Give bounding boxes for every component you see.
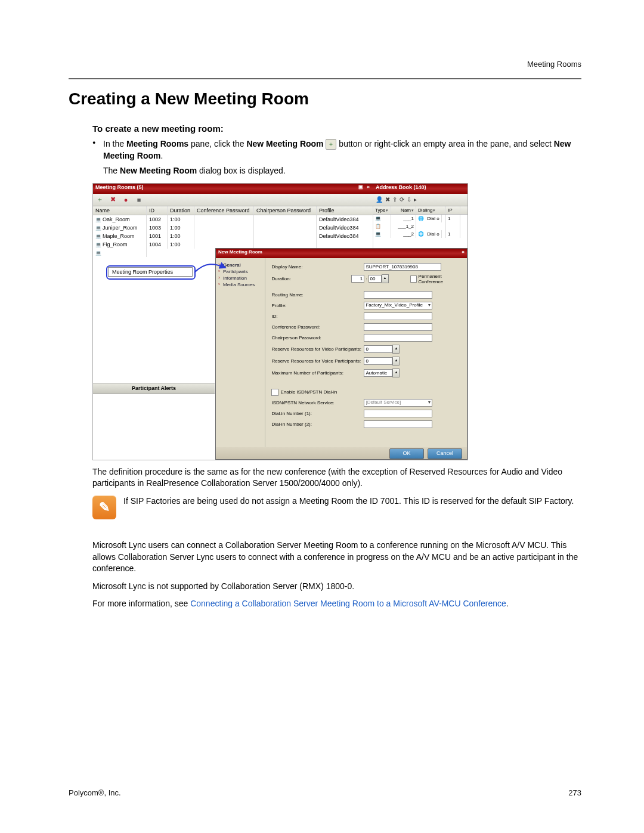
note-block: ✎ If SIP Factories are being used do not… (92, 496, 581, 519)
nav-item-media-sources[interactable]: Media Sources (218, 281, 262, 288)
address-book-titlebar: Address Book (140) (373, 184, 467, 194)
pane-window-controls[interactable]: ▣ × (358, 184, 371, 193)
header-section: Meeting Rooms (527, 60, 581, 69)
annotation-arrow-icon (193, 259, 228, 275)
figure-new-meeting-room: Meeting Rooms (5) ▣ × ＋ ✖ ● ■ Name ID Du… (92, 183, 468, 460)
meeting-rooms-toolbar: ＋ ✖ ● ■ (93, 194, 373, 206)
new-icon[interactable]: ＋ (95, 196, 104, 204)
table-row[interactable]: Oak_Room 1002 1:00 DefaultVideo384 (93, 215, 373, 224)
table-row[interactable]: Fig_Room 1004 1:00 (93, 240, 373, 249)
res-video-spinner[interactable]: ▲ (392, 345, 421, 354)
max-part-spinner[interactable]: ▲ (392, 368, 421, 377)
res-voice-spinner[interactable]: ▲ (392, 357, 421, 366)
ab-add-icon[interactable]: 👤 (376, 196, 383, 203)
ab-more-icon[interactable]: ▸ (414, 196, 417, 203)
body-para-lync2: Microsoft Lync is not supported by Colla… (92, 581, 581, 593)
dialog-displayed-line: The New Meeting Room dialog box is displ… (103, 165, 581, 177)
ab-import-icon[interactable]: ⇪ (392, 196, 397, 203)
label-display-name: Display Name: (271, 264, 364, 270)
label-duration: Duration: (271, 276, 351, 281)
participant-alerts-bar[interactable]: Participant Alerts (93, 383, 215, 394)
ab-del-icon[interactable]: ✖ (385, 196, 390, 203)
new-meeting-room-icon: ＋ (326, 139, 336, 150)
label-isdn-service: ISDN/PSTN Network Service: (271, 400, 364, 405)
dialog-titlebar: New Meeting Room × (216, 249, 467, 258)
permanent-checkbox[interactable] (410, 275, 417, 283)
isdn-service-select[interactable]: [Default Service] (364, 399, 432, 407)
dial2-input[interactable] (364, 420, 432, 428)
new-meeting-room-dialog: New Meeting Room × General Participants … (215, 248, 467, 460)
table-header: Name ID Duration Conference Password Cha… (93, 206, 373, 215)
address-book-toolbar: 👤 ✖ ⇪ ⟳ ⇩ ▸ (373, 194, 467, 206)
label-dial2: Dial-in Number (2): (271, 422, 364, 427)
list-item[interactable]: 💻 ___1 🌐 Dial o 1 (373, 215, 467, 222)
ab-export-icon[interactable]: ⇩ (407, 196, 411, 203)
dialog-form: Display Name: Duration: : ▲ Permanent Co… (265, 258, 467, 447)
dialog-nav: General Participants Information Media S… (216, 258, 265, 447)
id-input[interactable] (364, 312, 432, 320)
note-text: If SIP Factories are being used do not a… (123, 496, 574, 519)
delete-icon[interactable]: ✖ (109, 196, 117, 204)
chair-pw-input[interactable] (364, 334, 432, 342)
label-dial1: Dial-in Number (1): (271, 411, 364, 416)
cancel-button[interactable]: Cancel (428, 448, 462, 459)
footer-company: Polycom®, Inc. (69, 788, 121, 797)
dialog-footer: OK Cancel (216, 447, 467, 460)
subtitle: To create a new meeting room: (92, 123, 581, 134)
label-max-part: Maximum Number of Participants: (271, 370, 364, 376)
context-menu[interactable]: Meeting Room Properties (108, 267, 193, 277)
label-profile: Profile: (271, 303, 364, 308)
res-voice-input[interactable] (364, 357, 392, 365)
max-part-input[interactable] (364, 369, 392, 377)
ab-refresh-icon[interactable]: ⟳ (400, 196, 404, 203)
page-title: Creating a New Meeting Room (69, 89, 581, 109)
label-res-video: Reserve Resources for Video Participants… (271, 346, 364, 352)
body-para-lync1: Microsoft Lync users can connect a Colla… (92, 540, 581, 575)
label-chair-pw: Chairperson Password: (271, 335, 364, 340)
routing-input[interactable] (364, 291, 432, 299)
ab-header: Type Nam Dialing IP (373, 206, 467, 215)
dial1-input[interactable] (364, 410, 432, 417)
header-rule (69, 78, 581, 79)
step-bullet: In the Meeting Rooms pane, click the New… (92, 138, 581, 162)
table-row[interactable]: Juniper_Room 1003 1:00 DefaultVideo384 (93, 224, 373, 232)
label-conf-pw: Conference Password: (271, 324, 364, 330)
link-av-mcu[interactable]: Connecting a Collaboration Server Meetin… (190, 599, 506, 608)
body-para-1: The definition procedure is the same as … (92, 466, 581, 490)
conf-pw-input[interactable] (364, 323, 432, 331)
res-video-input[interactable] (364, 345, 392, 353)
label-routing: Routing Name: (271, 292, 364, 298)
body-para-more: For more information, see Connecting a C… (92, 598, 581, 610)
nav-item-information[interactable]: Information (218, 275, 262, 281)
footer-page: 273 (568, 788, 581, 797)
list-item[interactable]: 💻 ___2 🌐 Dial o 1 (373, 230, 467, 238)
ok-button[interactable]: OK (389, 448, 424, 459)
display-name-input[interactable] (364, 263, 441, 271)
profile-select[interactable]: Factory_Mix_Video_Profile (364, 302, 432, 309)
enable-isdn-checkbox[interactable] (271, 389, 278, 396)
close-icon[interactable]: × (462, 249, 465, 258)
label-id: ID: (271, 314, 364, 319)
table-row[interactable]: Maple_Room 1001 1:00 DefaultVideo384 (93, 232, 373, 240)
label-enable-isdn: Enable ISDN/PSTN Dial-in (280, 389, 337, 395)
note-icon: ✎ (92, 496, 116, 519)
duration-minutes-input[interactable] (369, 275, 382, 283)
stop-icon[interactable]: ■ (135, 196, 143, 204)
label-res-voice: Reserve Resources for Voice Participants… (271, 358, 364, 364)
list-item[interactable]: 📋 ___1_2 (373, 222, 467, 230)
context-menu-item[interactable]: Meeting Room Properties (109, 268, 192, 276)
duration-spinner[interactable]: ▲ (382, 274, 406, 283)
record-icon[interactable]: ● (122, 196, 130, 204)
label-permanent: Permanent Conference (419, 274, 461, 284)
duration-hours-input[interactable] (351, 275, 364, 283)
meeting-rooms-titlebar: Meeting Rooms (5) ▣ × (93, 184, 373, 194)
